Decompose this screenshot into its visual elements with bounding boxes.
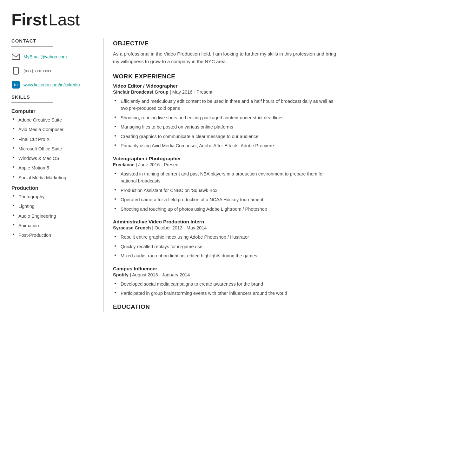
objective-section: OBJECTIVE As a professional in the Video… bbox=[113, 40, 338, 65]
production-skills-list: Photography Lighting Audio Engineering A… bbox=[11, 194, 97, 238]
name-header: First Last bbox=[11, 10, 338, 29]
list-item: Quickly recalled replays for in-game use bbox=[113, 243, 338, 250]
job-3-bullets: Rebuilt entire graphic index using Adobe… bbox=[113, 234, 338, 259]
email-item: MyEmail@yahoo.com bbox=[11, 52, 97, 61]
list-item: Social Media Marketing bbox=[11, 175, 97, 181]
job-1-title: Video Editor / Videographer bbox=[113, 83, 338, 89]
contact-divider bbox=[11, 46, 53, 47]
computer-skills-list: Adobe Creative Suite Avid Media Composer… bbox=[11, 117, 97, 181]
list-item: Managing files to be posted on various o… bbox=[113, 123, 338, 130]
linkedin-item: in www.linkedin.com/in/linkedin bbox=[11, 80, 97, 89]
envelope-icon bbox=[11, 52, 20, 61]
contact-heading: CONTACT bbox=[11, 38, 97, 43]
list-item: Microsoft Office Suite bbox=[11, 146, 97, 152]
education-heading: EDUCATION bbox=[113, 303, 338, 310]
list-item: Final Cut Pro X bbox=[11, 136, 97, 142]
list-item: Shooting, running live shots and editing… bbox=[113, 114, 338, 121]
skills-section: SKILLS Computer Adobe Creative Suite Avi… bbox=[11, 94, 97, 239]
skills-production: Production Photography Lighting Audio En… bbox=[11, 185, 97, 238]
list-item: Rebuilt entire graphic index using Adobe… bbox=[113, 234, 338, 241]
skills-heading: SKILLS bbox=[11, 94, 97, 100]
list-item: Audio Engineering bbox=[11, 213, 97, 219]
phone-text: (xxx) xxx-xxxx bbox=[23, 68, 51, 73]
phone-item: (xxx) xxx-xxxx bbox=[11, 66, 97, 75]
list-item: Participated in group brainstorming even… bbox=[113, 290, 338, 297]
right-column: OBJECTIVE As a professional in the Video… bbox=[103, 38, 338, 312]
job-1-bullets: Efficiently and meticulously edit conten… bbox=[113, 98, 338, 149]
list-item: Assisted in training of current and past… bbox=[113, 170, 338, 185]
job-3: Administrative Video Production Intern S… bbox=[113, 219, 338, 259]
last-name: Last bbox=[49, 10, 80, 29]
list-item: Operated camera for a field production o… bbox=[113, 196, 338, 203]
computer-category-label: Computer bbox=[11, 109, 97, 114]
left-column: CONTACT MyEmail@yahoo.com bbox=[11, 38, 103, 312]
linkedin-link[interactable]: www.linkedin.com/in/linkedin bbox=[23, 82, 80, 87]
work-experience-heading: WORK EXPERIENCE bbox=[113, 73, 338, 80]
linkedin-icon: in bbox=[11, 80, 20, 89]
job-4-bullets: Developed social media campaigns to crea… bbox=[113, 281, 338, 297]
list-item: Shooting and touching up of photos using… bbox=[113, 206, 338, 213]
objective-heading: OBJECTIVE bbox=[113, 40, 338, 47]
job-3-company: Syracuse Crunch | October 2013 - May 201… bbox=[113, 225, 338, 230]
list-item: Animation bbox=[11, 222, 97, 229]
job-3-title: Administrative Video Production Intern bbox=[113, 219, 338, 225]
production-category-label: Production bbox=[11, 185, 97, 191]
first-name: First bbox=[11, 10, 47, 29]
education-section: EDUCATION bbox=[113, 303, 338, 310]
list-item: Mixed audio, ran ribbon lighting, edited… bbox=[113, 252, 338, 259]
job-1-company: Sinclair Broadcast Group | May 2016 - Pr… bbox=[113, 89, 338, 95]
job-4-title: Campus Influencer bbox=[113, 266, 338, 272]
list-item: Efficiently and meticulously edit conten… bbox=[113, 98, 338, 112]
list-item: Lighting bbox=[11, 203, 97, 209]
list-item: Creating graphics to communicate a clear… bbox=[113, 133, 338, 140]
skills-divider bbox=[11, 102, 53, 103]
contact-section: CONTACT MyEmail@yahoo.com bbox=[11, 38, 97, 89]
job-2-company: Freelance | June 2016 - Present bbox=[113, 162, 338, 167]
list-item: Post-Production bbox=[11, 232, 97, 238]
email-link[interactable]: MyEmail@yahoo.com bbox=[23, 54, 67, 59]
job-4: Campus Influencer Spotify | August 2013 … bbox=[113, 266, 338, 297]
job-1: Video Editor / Videographer Sinclair Bro… bbox=[113, 83, 338, 149]
list-item: Windows & Mac OS bbox=[11, 155, 97, 162]
list-item: Production Assistant for CNBC on 'Squawk… bbox=[113, 187, 338, 194]
list-item: Avid Media Composer bbox=[11, 126, 97, 133]
phone-icon bbox=[11, 66, 20, 75]
list-item: Adobe Creative Suite bbox=[11, 117, 97, 123]
job-2: Videographer / Photographer Freelance | … bbox=[113, 156, 338, 213]
list-item: Primarily using Avid Media Composer, Ado… bbox=[113, 142, 338, 149]
job-4-company: Spotify | August 2013 - January 2014 bbox=[113, 272, 338, 277]
job-2-title: Videographer / Photographer bbox=[113, 156, 338, 162]
skills-computer: Computer Adobe Creative Suite Avid Media… bbox=[11, 109, 97, 181]
objective-text: As a professional in the Video Productio… bbox=[113, 50, 338, 65]
work-experience-section: WORK EXPERIENCE Video Editor / Videograp… bbox=[113, 73, 338, 310]
list-item: Photography bbox=[11, 194, 97, 200]
job-2-bullets: Assisted in training of current and past… bbox=[113, 170, 338, 213]
list-item: Developed social media campaigns to crea… bbox=[113, 281, 338, 288]
list-item: Apple Motion 5 bbox=[11, 165, 97, 171]
